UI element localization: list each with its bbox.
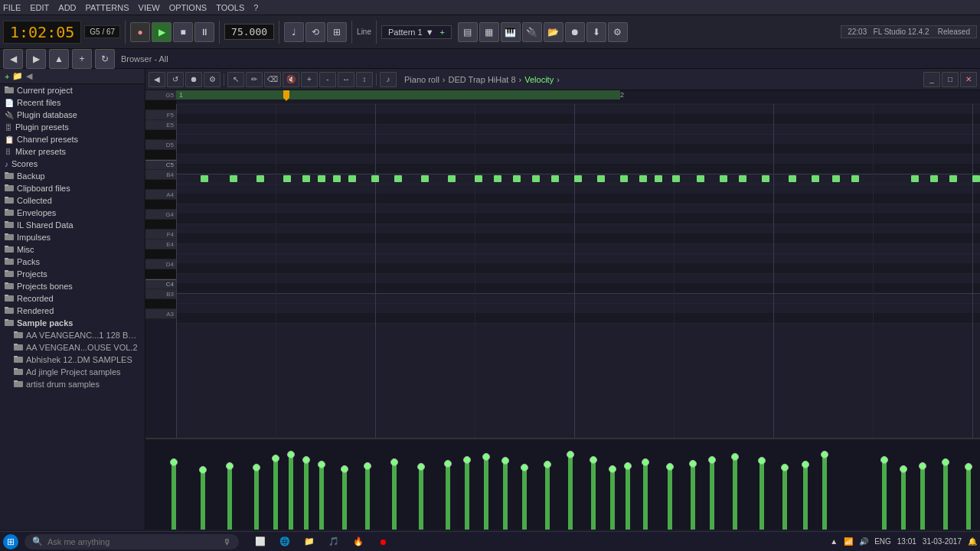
piano-key[interactable]: F4: [145, 230, 176, 240]
velocity-bar[interactable]: [760, 463, 764, 530]
menu-view[interactable]: VIEW: [139, 3, 160, 12]
notification-bell[interactable]: 🔔: [968, 537, 977, 546]
velocity-bar[interactable]: [920, 468, 925, 530]
piano-key[interactable]: [145, 200, 176, 210]
play-button[interactable]: ▶: [152, 22, 172, 42]
browser-item[interactable]: 🎚Mixer presets: [0, 145, 145, 158]
velocity-handle[interactable]: [590, 456, 597, 464]
up-icon[interactable]: ▲: [49, 49, 69, 69]
velocity-handle[interactable]: [919, 462, 926, 470]
taskview-icon[interactable]: ⬜: [251, 533, 270, 551]
channel-icon[interactable]: ▦: [479, 22, 499, 42]
pr-record-icon[interactable]: ⏺: [185, 72, 202, 87]
note[interactable]: [639, 175, 647, 182]
pr-options-icon[interactable]: ⚙: [204, 72, 220, 87]
chrome-icon[interactable]: 🌐: [276, 533, 294, 551]
back-nav-icon[interactable]: ◀: [26, 71, 32, 81]
piano-key[interactable]: G5: [145, 90, 176, 100]
velocity-handle[interactable]: [318, 461, 325, 468]
note[interactable]: [201, 175, 208, 182]
menu-help[interactable]: ?: [253, 3, 258, 12]
back-icon[interactable]: ◀: [3, 49, 23, 69]
browser-item[interactable]: Backup: [0, 170, 145, 182]
refresh-icon[interactable]: ↻: [95, 49, 115, 69]
search-input[interactable]: [47, 537, 201, 546]
note[interactable]: [720, 175, 727, 182]
pr-notes-grid[interactable]: [176, 104, 980, 438]
pr-audio-icon[interactable]: ♪: [380, 72, 397, 87]
browser-item[interactable]: 📋Channel presets: [0, 133, 145, 145]
note[interactable]: [283, 175, 291, 182]
pause-button[interactable]: ⏸: [194, 22, 214, 42]
pr-maximize-btn[interactable]: □: [942, 72, 959, 87]
note[interactable]: [371, 175, 379, 182]
browser-item[interactable]: artist drum samples: [0, 378, 145, 390]
velocity-handle[interactable]: [199, 466, 207, 474]
pr-draw-icon[interactable]: ✏: [246, 72, 263, 87]
browser-item[interactable]: Projects: [0, 268, 145, 280]
add-folder-icon[interactable]: +: [72, 49, 92, 69]
velocity-handle[interactable]: [731, 453, 739, 461]
velocity-bar[interactable]: [710, 462, 714, 530]
piano-key[interactable]: [145, 220, 176, 230]
piano-key[interactable]: G4: [145, 210, 176, 220]
pr-back-icon[interactable]: ◀: [149, 72, 165, 87]
velocity-handle[interactable]: [341, 465, 348, 473]
velocity-bar[interactable]: [803, 467, 808, 530]
note[interactable]: [302, 175, 310, 182]
piano-key[interactable]: A4: [145, 190, 176, 200]
note[interactable]: [256, 175, 264, 182]
velocity-bar[interactable]: [545, 467, 550, 530]
browser-item[interactable]: Misc: [0, 243, 145, 256]
explorer-icon[interactable]: 📁: [300, 533, 318, 551]
piano-key[interactable]: D5: [145, 140, 176, 150]
settings-icon[interactable]: ⚙: [608, 22, 628, 42]
note[interactable]: [551, 175, 559, 182]
velocity-handle[interactable]: [544, 461, 551, 468]
browser-item[interactable]: AA VENGEAN...OUSE VOL.2: [0, 341, 145, 354]
browser-item[interactable]: Packs: [0, 256, 145, 268]
browser-item[interactable]: Collected: [0, 194, 145, 207]
pr-zoom-out-icon[interactable]: -: [319, 72, 336, 87]
velocity-handle[interactable]: [624, 462, 632, 470]
browser-item[interactable]: 🔌Plugin database: [0, 109, 145, 121]
browser-item[interactable]: Impulses: [0, 231, 145, 243]
network-icon[interactable]: 📶: [844, 537, 853, 546]
pr-select-icon[interactable]: ↖: [227, 72, 244, 87]
note[interactable]: [672, 175, 680, 182]
note[interactable]: [697, 175, 704, 182]
browser-item[interactable]: Recorded: [0, 292, 145, 305]
browser-item[interactable]: IL Shared Data: [0, 219, 145, 231]
note[interactable]: [513, 175, 521, 182]
menu-file[interactable]: FILE: [3, 3, 21, 12]
browser-item[interactable]: AA VEANGEANC...1 128 BPM: [0, 329, 145, 341]
download-icon[interactable]: ⬇: [586, 22, 606, 42]
velocity-handle[interactable]: [821, 451, 828, 458]
piano-key[interactable]: E5: [145, 120, 176, 130]
note[interactable]: [348, 175, 356, 182]
velocity-bar[interactable]: [446, 466, 450, 530]
velocity-bar[interactable]: [691, 466, 695, 530]
pr-loop-region[interactable]: [176, 90, 620, 99]
pr-close-btn[interactable]: ✕: [960, 72, 977, 87]
search-bar[interactable]: 🔍 🎙: [24, 534, 239, 549]
piano-key[interactable]: A3: [145, 309, 176, 319]
velocity-handle[interactable]: [253, 464, 260, 471]
pr-minimize-btn[interactable]: _: [923, 72, 940, 87]
menu-patterns[interactable]: PATTERNS: [86, 3, 129, 12]
menu-options[interactable]: OPTIONS: [169, 3, 207, 12]
velocity-bar[interactable]: [901, 471, 906, 530]
velocity-bar[interactable]: [822, 457, 827, 530]
velocity-handle[interactable]: [463, 456, 471, 464]
note[interactable]: [762, 175, 769, 182]
velocity-bar[interactable]: [319, 467, 324, 530]
velocity-bar[interactable]: [503, 463, 508, 530]
browser-item[interactable]: Clipboard files: [0, 182, 145, 194]
velocity-handle[interactable]: [642, 458, 649, 466]
velocity-handle[interactable]: [708, 456, 716, 464]
velocity-handle[interactable]: [364, 462, 371, 470]
note[interactable]: [789, 175, 796, 182]
velocity-bar[interactable]: [782, 470, 787, 530]
velocity-handle[interactable]: [417, 463, 425, 471]
velocity-bar[interactable]: [465, 462, 469, 530]
